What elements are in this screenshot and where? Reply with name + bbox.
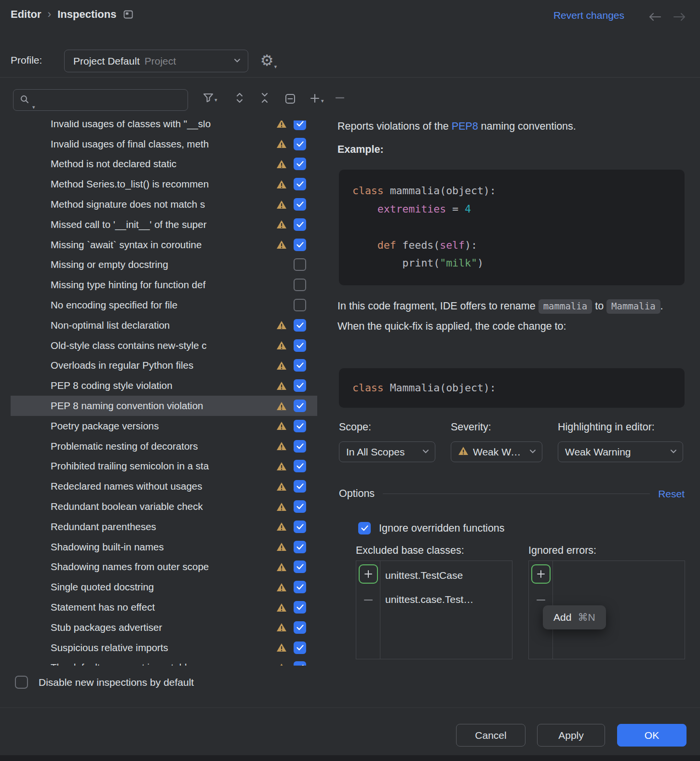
highlighting-select[interactable]: Weak Warning: [558, 441, 683, 462]
ok-button[interactable]: OK: [617, 724, 687, 747]
disable-inspection-icon[interactable]: [285, 93, 296, 104]
ignore-overridden-checkbox[interactable]: [358, 522, 371, 534]
remove-inspection-icon[interactable]: [335, 95, 345, 100]
filter-icon[interactable]: ▾: [202, 93, 217, 103]
disable-new-inspections-checkbox[interactable]: [15, 676, 28, 689]
inspection-checkbox[interactable]: [294, 561, 306, 573]
inspection-row[interactable]: PEP 8 coding style violation: [11, 375, 317, 396]
inspection-checkbox[interactable]: [294, 158, 306, 170]
inspection-checkbox[interactable]: [294, 641, 306, 654]
scope-select[interactable]: In All Scopes: [339, 441, 435, 462]
inspection-checkbox[interactable]: [294, 460, 306, 472]
reset-link[interactable]: Reset: [658, 488, 685, 500]
pep8-link[interactable]: PEP8: [452, 120, 478, 132]
forward-arrow-icon[interactable]: [673, 12, 687, 24]
severity-select[interactable]: Weak Warning: [451, 441, 542, 462]
inspection-label: Redundant boolean variable check: [51, 501, 269, 512]
inspection-checkbox[interactable]: [294, 279, 306, 291]
excluded-add-button[interactable]: [359, 564, 378, 584]
inspection-checkbox[interactable]: [294, 480, 306, 493]
inspection-label: Poetry package versions: [51, 420, 269, 432]
inspection-checkbox[interactable]: [294, 299, 306, 311]
inspection-checkbox[interactable]: [294, 661, 306, 666]
inspection-checkbox[interactable]: [294, 239, 306, 251]
inspection-checkbox[interactable]: [294, 621, 306, 634]
inspection-row[interactable]: PEP 8 naming convention violation: [11, 396, 317, 416]
inspection-row[interactable]: Statement has no effect: [11, 597, 317, 617]
excluded-item[interactable]: unittest.case.Test…: [380, 587, 512, 612]
inspection-checkbox[interactable]: [294, 379, 306, 392]
inspection-checkbox[interactable]: [294, 319, 306, 332]
inspection-checkbox[interactable]: [294, 541, 306, 553]
inspection-row[interactable]: Redeclared names without usages: [11, 476, 317, 496]
inspection-tree[interactable]: Invalid usages of classes with "__sloInv…: [11, 120, 317, 666]
inspection-row[interactable]: Missed call to '__init__' of the super: [11, 214, 317, 235]
collapse-all-icon[interactable]: [259, 92, 270, 104]
inspection-label: Statement has no effect: [51, 601, 269, 613]
search-input[interactable]: ▾: [13, 89, 188, 111]
inspection-checkbox[interactable]: [294, 420, 306, 432]
inspection-checkbox[interactable]: [294, 440, 306, 453]
inspection-checkbox[interactable]: [294, 500, 306, 513]
add-inspection-icon[interactable]: ▾: [309, 93, 324, 104]
inspection-row[interactable]: Redundant boolean variable check: [11, 496, 317, 517]
warning-icon: [458, 446, 469, 457]
inspection-row[interactable]: Missing `await` syntax in coroutine: [11, 235, 317, 255]
inspection-checkbox[interactable]: [294, 339, 306, 352]
add-tooltip: Add ⌘N: [543, 605, 606, 629]
expand-all-icon[interactable]: [234, 92, 245, 104]
inspection-checkbox[interactable]: [294, 521, 306, 533]
excluded-base-classes-list[interactable]: unittest.TestCaseunittest.case.Test…: [356, 561, 512, 659]
inspection-row[interactable]: Missing type hinting for function def: [11, 275, 317, 295]
inspection-label: Single quoted docstring: [51, 581, 269, 593]
inspection-label: Missed call to '__init__' of the super: [51, 219, 269, 230]
inspection-row[interactable]: Invalid usages of classes with "__slo: [11, 120, 317, 134]
profile-gear-button[interactable]: ⚙ ▾: [257, 51, 280, 71]
profile-select[interactable]: Project Default Project: [64, 50, 248, 72]
inspection-checkbox[interactable]: [294, 359, 306, 372]
inspections-dialog-icon[interactable]: [123, 10, 133, 19]
inspection-checkbox[interactable]: [294, 178, 306, 190]
inspection-row[interactable]: Method Series.to_list() is recommen: [11, 174, 317, 194]
inspection-row[interactable]: Shadowing built-in names: [11, 537, 317, 557]
cancel-button[interactable]: Cancel: [456, 724, 525, 747]
revert-changes-link[interactable]: Revert changes: [553, 10, 624, 21]
inspection-row[interactable]: Invalid usages of final classes, meth: [11, 134, 317, 154]
inline-code-Mammalia: Mammalia: [606, 299, 660, 314]
ignored-remove-button[interactable]: [531, 595, 551, 605]
inspection-checkbox[interactable]: [294, 581, 306, 593]
breadcrumb: Editor › Inspections: [11, 8, 133, 21]
inspection-checkbox[interactable]: [294, 120, 306, 130]
back-arrow-icon[interactable]: [648, 12, 661, 24]
inspection-row[interactable]: Single quoted docstring: [11, 577, 317, 597]
inspection-row[interactable]: Overloads in regular Python files: [11, 356, 317, 376]
inspection-row[interactable]: No encoding specified for file: [11, 295, 317, 315]
inspection-row[interactable]: Shadowing names from outer scope: [11, 557, 317, 577]
inspection-row[interactable]: Poetry package versions: [11, 416, 317, 436]
excluded-item[interactable]: unittest.TestCase: [380, 563, 512, 587]
footer-divider: [0, 708, 700, 708]
inspection-checkbox[interactable]: [294, 198, 306, 211]
inspection-row[interactable]: Prohibited trailing semicolon in a sta: [11, 456, 317, 477]
inspection-row[interactable]: Old-style class contains new-style c: [11, 335, 317, 356]
breadcrumb-editor[interactable]: Editor: [11, 8, 41, 21]
description-text-suffix: naming conventions.: [478, 120, 576, 132]
inspection-row[interactable]: Suspicious relative imports: [11, 638, 317, 658]
inspection-checkbox[interactable]: [294, 601, 306, 614]
inspection-checkbox[interactable]: [294, 218, 306, 231]
inspection-checkbox[interactable]: [294, 258, 306, 271]
inspection-row[interactable]: Stub packages advertiser: [11, 617, 317, 638]
inspection-row[interactable]: Problematic nesting of decorators: [11, 436, 317, 456]
inspection-row[interactable]: The default argument is mutable: [11, 658, 317, 666]
inspection-row[interactable]: Method signature does not match s: [11, 194, 317, 214]
excluded-remove-button[interactable]: [359, 595, 378, 605]
inspection-row[interactable]: Method is not declared static: [11, 154, 317, 174]
inspection-checkbox[interactable]: [294, 138, 306, 150]
ignored-add-button[interactable]: [531, 564, 551, 584]
inspection-row[interactable]: Missing or empty docstring: [11, 255, 317, 275]
inspection-row[interactable]: Non-optimal list declaration: [11, 315, 317, 335]
chevron-down-icon: [232, 55, 242, 67]
apply-button[interactable]: Apply: [537, 724, 605, 747]
inspection-checkbox[interactable]: [294, 400, 306, 412]
inspection-row[interactable]: Redundant parentheses: [11, 517, 317, 537]
